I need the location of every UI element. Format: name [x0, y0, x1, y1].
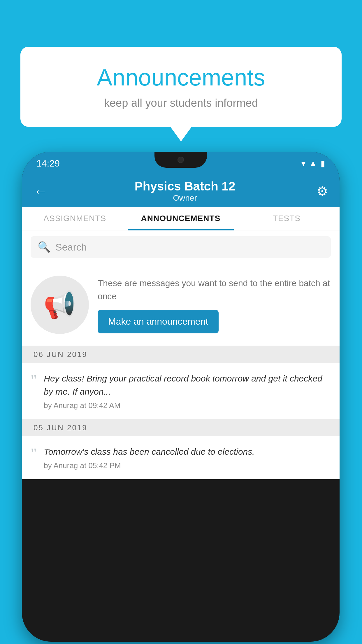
settings-icon[interactable]: ⚙ — [317, 184, 328, 199]
announcement-meta-1: by Anurag at 09:42 AM — [44, 401, 331, 410]
search-placeholder: Search — [55, 242, 87, 253]
speech-bubble-title: Announcements — [32, 64, 330, 91]
announcement-item-2[interactable]: " Tomorrow's class has been cancelled du… — [22, 436, 340, 479]
megaphone-circle: 📢 — [31, 276, 89, 334]
camera-dot — [178, 157, 184, 163]
empty-state-description: These are messages you want to send to t… — [98, 276, 331, 303]
search-bar: 🔍 Search — [22, 230, 340, 264]
tab-assignments[interactable]: ASSIGNMENTS — [22, 207, 128, 230]
date-divider-1: 06 JUN 2019 — [22, 346, 340, 363]
phone-inner: 14:29 ▾ ▲ ▮ ← Physics Batch 12 Owner ⚙ A… — [22, 152, 340, 618]
header-title: Physics Batch 12 — [53, 179, 317, 193]
app-header: ← Physics Batch 12 Owner ⚙ — [22, 175, 340, 207]
notch — [154, 152, 207, 168]
tab-tests[interactable]: TESTS — [234, 207, 340, 230]
announcement-item-1[interactable]: " Hey class! Bring your practical record… — [22, 363, 340, 419]
empty-state: 📢 These are messages you want to send to… — [22, 264, 340, 346]
signal-icon: ▲ — [309, 159, 317, 168]
quote-icon-2: " — [31, 446, 37, 461]
battery-icon: ▮ — [321, 159, 325, 168]
announcement-text-1: Hey class! Bring your practical record b… — [44, 372, 331, 398]
wifi-icon: ▾ — [301, 159, 305, 168]
announcement-text-group-1: Hey class! Bring your practical record b… — [44, 372, 331, 410]
announcement-text-group-2: Tomorrow's class has been cancelled due … — [44, 445, 331, 470]
megaphone-icon: 📢 — [43, 290, 76, 320]
speech-bubble: Announcements keep all your students inf… — [20, 47, 342, 127]
date-divider-2: 05 JUN 2019 — [22, 419, 340, 436]
quote-icon-1: " — [31, 373, 37, 388]
back-button[interactable]: ← — [34, 183, 48, 199]
announcement-meta-2: by Anurag at 05:42 PM — [44, 461, 331, 470]
status-bar: 14:29 ▾ ▲ ▮ — [22, 152, 340, 175]
header-subtitle: Owner — [53, 193, 317, 203]
header-title-group: Physics Batch 12 Owner — [53, 179, 317, 203]
status-time: 14:29 — [36, 158, 60, 169]
speech-bubble-container: Announcements keep all your students inf… — [20, 47, 342, 127]
tabs-bar: ASSIGNMENTS ANNOUNCEMENTS TESTS — [22, 207, 340, 230]
search-input-wrap[interactable]: 🔍 Search — [31, 236, 331, 258]
phone-frame: 14:29 ▾ ▲ ▮ ← Physics Batch 12 Owner ⚙ A… — [22, 152, 340, 642]
empty-state-right: These are messages you want to send to t… — [98, 276, 331, 333]
announcement-text-2: Tomorrow's class has been cancelled due … — [44, 445, 331, 458]
status-icons: ▾ ▲ ▮ — [301, 159, 325, 168]
speech-bubble-subtitle: keep all your students informed — [32, 97, 330, 109]
make-announcement-button[interactable]: Make an announcement — [98, 310, 219, 333]
search-icon: 🔍 — [38, 241, 51, 253]
tab-announcements[interactable]: ANNOUNCEMENTS — [128, 207, 233, 230]
